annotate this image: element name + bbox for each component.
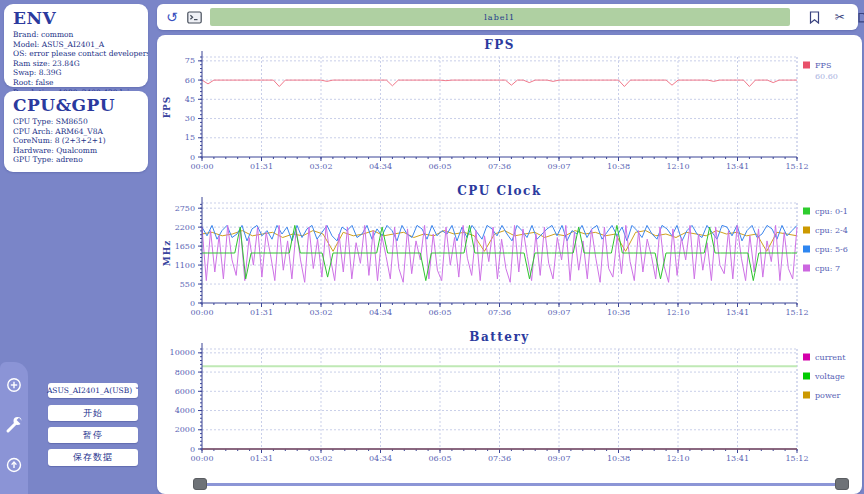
svg-text:1100: 1100 (175, 261, 195, 270)
cpu-type: CPU Type: SM8650 (13, 117, 148, 127)
svg-text:01:31: 01:31 (250, 454, 273, 463)
svg-text:00:00: 00:00 (190, 162, 213, 171)
timeline-handle-right[interactable] (835, 478, 849, 490)
svg-text:15:12: 15:12 (785, 162, 808, 171)
svg-text:13:41: 13:41 (726, 162, 749, 171)
hardware: Hardware: Qualcomm (13, 146, 148, 156)
svg-text:10000: 10000 (170, 348, 195, 357)
svg-text:04:34: 04:34 (369, 454, 392, 463)
svg-text:15: 15 (185, 133, 195, 142)
cpu-gpu-panel-title: CPU&GPU (13, 95, 148, 115)
pause-button-label: 暂停 (83, 429, 103, 442)
svg-text:04:34: 04:34 (369, 308, 392, 317)
charts-panel: FPSFPS0153045607500:0001:3103:0204:3406:… (157, 35, 862, 494)
wrench-icon[interactable] (3, 414, 25, 436)
svg-text:current: current (815, 353, 846, 362)
svg-text:06:05: 06:05 (428, 308, 451, 317)
svg-text:09:07: 09:07 (547, 454, 570, 463)
env-brand: Brand: common (13, 30, 148, 40)
svg-text:30: 30 (185, 114, 195, 123)
save-data-button-label: 保存数据 (73, 451, 113, 464)
pause-button[interactable]: 暂停 (48, 427, 138, 443)
svg-text:03:02: 03:02 (309, 308, 332, 317)
svg-text:0: 0 (190, 153, 195, 162)
timeline-track[interactable] (199, 483, 842, 486)
svg-text:8000: 8000 (175, 368, 195, 377)
env-panel-title: ENV (13, 8, 148, 28)
chevron-down-icon: ˅ (135, 386, 139, 395)
svg-text:10:38: 10:38 (607, 308, 630, 317)
device-select-value: ASUS_AI2401_A(USB) (47, 386, 132, 395)
env-panel: ENV Brand: common Model: ASUS_AI2401_A O… (4, 4, 148, 87)
svg-text:13:41: 13:41 (726, 454, 749, 463)
label-bar-text: label1 (484, 13, 515, 22)
svg-text:03:02: 03:02 (309, 454, 332, 463)
svg-text:MHz: MHz (162, 240, 172, 267)
env-os: OS: error please contact developers (13, 49, 148, 59)
svg-text:power: power (815, 391, 841, 400)
svg-text:00:00: 00:00 (190, 308, 213, 317)
svg-text:03:02: 03:02 (309, 162, 332, 171)
env-root: Root: false (13, 78, 148, 88)
app-window: { "sidebar": { "env_panel": { "title": "… (0, 0, 864, 494)
add-device-icon[interactable] (3, 374, 25, 396)
svg-text:6000: 6000 (175, 387, 195, 396)
svg-text:FPS: FPS (162, 96, 172, 119)
svg-text:09:07: 09:07 (547, 308, 570, 317)
svg-text:13:41: 13:41 (726, 308, 749, 317)
svg-text:2000: 2000 (175, 425, 195, 434)
svg-text:0: 0 (190, 299, 195, 308)
cpu-gpu-panel: CPU&GPU CPU Type: SM8650 CPU Arch: ARM64… (4, 91, 148, 172)
folder-icon[interactable] (857, 9, 864, 25)
save-data-button[interactable]: 保存数据 (48, 449, 138, 466)
terminal-icon[interactable] (187, 9, 202, 25)
svg-text:01:31: 01:31 (250, 162, 273, 171)
start-button[interactable]: 开始 (48, 405, 138, 421)
timeline-handle-left[interactable] (193, 478, 207, 490)
svg-text:07:36: 07:36 (488, 162, 511, 171)
svg-text:01:31: 01:31 (250, 308, 273, 317)
svg-text:45: 45 (185, 95, 195, 104)
svg-text:06:05: 06:05 (428, 454, 451, 463)
env-swap: Swap: 8.39G (13, 68, 148, 78)
svg-text:Battery: Battery (469, 330, 529, 344)
scissors-icon[interactable]: ✂ (832, 9, 848, 25)
env-ram: Ram size: 23.84G (13, 59, 148, 69)
svg-text:cpu: 0-1: cpu: 0-1 (815, 207, 848, 216)
svg-text:12:10: 12:10 (666, 308, 689, 317)
svg-text:07:36: 07:36 (488, 308, 511, 317)
svg-text:voltage: voltage (814, 372, 845, 381)
svg-text:1650: 1650 (175, 242, 195, 251)
history-icon[interactable]: ↺ (166, 9, 178, 25)
svg-text:60: 60 (185, 76, 195, 85)
svg-text:2200: 2200 (175, 223, 195, 232)
svg-text:06:05: 06:05 (428, 162, 451, 171)
svg-text:60.60: 60.60 (815, 72, 838, 81)
svg-text:2750: 2750 (175, 204, 195, 213)
upload-icon[interactable] (3, 454, 25, 476)
toolbar: ↺ label1 ✂ (157, 4, 858, 30)
svg-text:15:12: 15:12 (785, 454, 808, 463)
battery-chart: Battery020004000600080001000000:0001:310… (157, 327, 862, 473)
cpu-clock-chart: CPU ClockMHz0550110016502200275000:0001:… (157, 181, 862, 327)
svg-text:12:10: 12:10 (666, 162, 689, 171)
svg-text:0: 0 (190, 445, 195, 454)
svg-text:75: 75 (185, 56, 195, 65)
env-model: Model: ASUS_AI2401_A (13, 40, 148, 50)
svg-text:15:12: 15:12 (785, 308, 808, 317)
bookmark-icon[interactable] (807, 9, 823, 25)
svg-text:cpu: 2-4: cpu: 2-4 (815, 226, 848, 235)
svg-text:04:34: 04:34 (369, 162, 392, 171)
fps-chart: FPSFPS0153045607500:0001:3103:0204:3406:… (157, 35, 862, 181)
svg-text:00:00: 00:00 (190, 454, 213, 463)
svg-text:cpu: 7: cpu: 7 (815, 264, 840, 273)
svg-text:07:36: 07:36 (488, 454, 511, 463)
device-select[interactable]: ASUS_AI2401_A(USB) ˅ (48, 383, 138, 398)
timeline-slider (157, 475, 862, 494)
svg-text:09:07: 09:07 (547, 162, 570, 171)
cpu-arch: CPU Arch: ARM64_V8A (13, 127, 148, 137)
svg-text:10:38: 10:38 (607, 162, 630, 171)
svg-text:FPS: FPS (815, 61, 831, 70)
label-bar[interactable]: label1 (210, 8, 790, 26)
core-num: CoreNum: 8 (2+3+2+1) (13, 136, 148, 146)
